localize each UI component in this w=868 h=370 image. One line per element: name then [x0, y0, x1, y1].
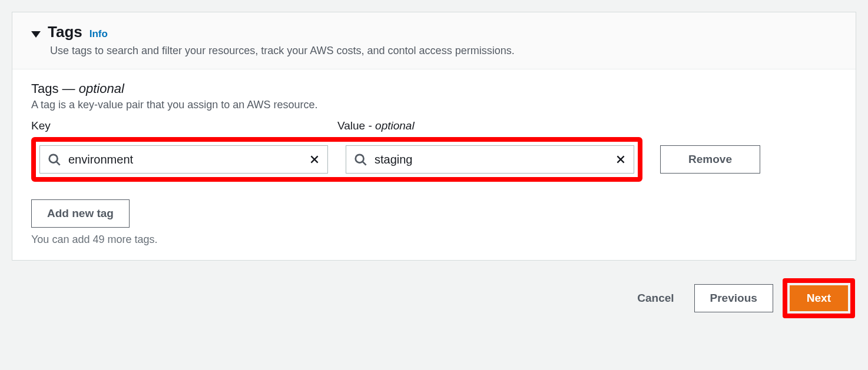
section-sublabel: A tag is a key-value pair that you assig… — [31, 99, 837, 111]
panel-header: Tags Info Use tags to search and filter … — [12, 12, 856, 69]
section-label-optional: optional — [79, 81, 124, 96]
panel-description: Use tags to search and filter your resou… — [50, 45, 837, 57]
value-input-wrap — [346, 145, 634, 174]
key-input-wrap — [39, 145, 328, 174]
remove-tag-button[interactable]: Remove — [660, 145, 760, 174]
tags-remaining-hint: You can add 49 more tags. — [31, 234, 837, 246]
close-icon — [615, 154, 626, 165]
value-column-optional: optional — [375, 119, 415, 132]
close-icon — [309, 154, 320, 165]
tag-inputs-highlight — [31, 137, 642, 182]
panel-body: Tags — optional A tag is a key-value pai… — [12, 69, 856, 260]
tag-key-input[interactable] — [39, 145, 328, 174]
add-tag-row: Add new tag You can add 49 more tags. — [31, 199, 837, 246]
clear-value-button[interactable] — [613, 152, 628, 167]
next-button[interactable]: Next — [790, 285, 848, 311]
collapse-caret-icon[interactable] — [31, 31, 41, 38]
tag-value-input[interactable] — [346, 145, 634, 174]
panel-title: Tags — [48, 23, 82, 41]
tags-panel: Tags Info Use tags to search and filter … — [12, 12, 856, 261]
previous-button[interactable]: Previous — [694, 284, 773, 312]
tag-row: Remove — [31, 137, 837, 182]
info-link[interactable]: Info — [90, 28, 108, 40]
cancel-button[interactable]: Cancel — [627, 286, 684, 311]
section-label: Tags — optional — [31, 81, 837, 96]
wizard-footer: Cancel Previous Next — [12, 278, 856, 318]
key-column-label: Key — [31, 119, 320, 132]
clear-key-button[interactable] — [307, 152, 322, 167]
value-column-prefix: Value - — [337, 119, 375, 132]
next-button-highlight: Next — [783, 278, 855, 318]
add-new-tag-button[interactable]: Add new tag — [31, 199, 130, 228]
title-row: Tags Info — [31, 23, 837, 41]
section-label-prefix: Tags — — [31, 81, 79, 96]
tag-columns-header: Key Value - optional — [31, 119, 837, 132]
value-column-label: Value - optional — [337, 119, 626, 132]
